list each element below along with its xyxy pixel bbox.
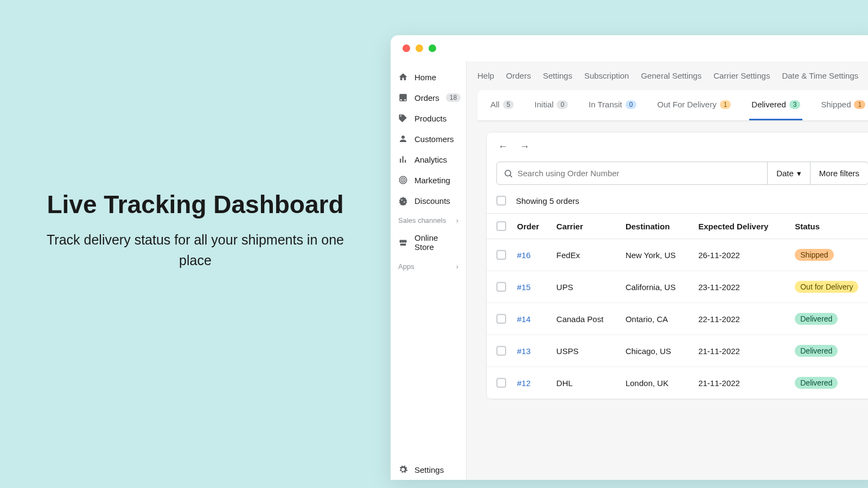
window-close-icon[interactable] <box>403 44 410 52</box>
carrier-cell: FedEx <box>551 239 620 271</box>
tab-count-badge: 1 <box>854 100 865 109</box>
column-header: Order <box>512 214 551 239</box>
column-header: Expected Delivery <box>693 214 789 239</box>
row-checkbox[interactable] <box>496 346 506 356</box>
destination-cell: London, UK <box>620 367 693 399</box>
tabs: All5Initial0In Transit0Out For Delivery1… <box>477 90 868 121</box>
orders-table: OrderCarrierDestinationExpected Delivery… <box>487 213 868 399</box>
table-row: #13USPSChicago, US21-11-2022Delivered <box>487 335 868 367</box>
hero: Live Tracking Dashboard Track delivery s… <box>33 190 358 271</box>
window-minimize-icon[interactable] <box>416 44 423 52</box>
tab-count-badge: 1 <box>720 100 731 109</box>
destination-cell: Chicago, US <box>620 335 693 367</box>
sidebar-item-products[interactable]: Products <box>391 108 466 129</box>
destination-cell: California, US <box>620 271 693 303</box>
carrier-cell: UPS <box>551 271 620 303</box>
order-link[interactable]: #14 <box>517 314 531 324</box>
eta-cell: 23-11-2022 <box>693 271 789 303</box>
person-icon <box>398 134 408 144</box>
order-link[interactable]: #16 <box>517 251 531 260</box>
sidebar-item-label: Analytics <box>414 155 447 164</box>
sidebar-item-home[interactable]: Home <box>391 67 466 87</box>
topnav: HelpOrdersSettingsSubscriptionGeneral Se… <box>467 61 868 90</box>
sales-channels-label: Sales channels <box>398 216 446 224</box>
search-icon <box>503 169 513 178</box>
main-content: HelpOrdersSettingsSubscriptionGeneral Se… <box>467 61 868 480</box>
sidebar-section-apps[interactable]: Apps › <box>391 257 466 274</box>
row-checkbox[interactable] <box>496 314 506 324</box>
prev-button[interactable]: ← <box>496 140 509 153</box>
svg-point-2 <box>403 179 404 181</box>
status-badge: Shipped <box>795 249 833 261</box>
sidebar-item-label: Products <box>414 114 446 123</box>
order-link[interactable]: #15 <box>517 282 531 292</box>
svg-point-3 <box>505 170 511 176</box>
showing-text: Showing 5 orders <box>516 196 579 206</box>
topnav-item[interactable]: Carrier Settings <box>713 71 770 80</box>
row-checkbox[interactable] <box>496 282 506 292</box>
sidebar-item-marketing[interactable]: Marketing <box>391 170 466 190</box>
destination-cell: Ontario, CA <box>620 303 693 335</box>
discount-icon <box>398 196 408 206</box>
chevron-right-icon: › <box>456 262 458 271</box>
status-badge: Out for Delivery <box>795 281 858 293</box>
more-filters-button[interactable]: More filters <box>810 162 868 184</box>
carrier-cell: Canada Post <box>551 303 620 335</box>
order-link[interactable]: #13 <box>517 346 531 356</box>
order-link[interactable]: #12 <box>517 378 531 388</box>
sidebar-item-analytics[interactable]: Analytics <box>391 149 466 170</box>
topnav-item[interactable]: Date & Time Settings <box>782 71 858 80</box>
topnav-item[interactable]: General Settings <box>641 71 701 80</box>
tab-out-for-delivery[interactable]: Out For Delivery1 <box>655 90 733 120</box>
tab-delivered[interactable]: Delivered3 <box>749 90 802 120</box>
tab-count-badge: 0 <box>557 100 568 109</box>
sidebar-item-settings[interactable]: Settings <box>391 459 466 480</box>
topnav-item[interactable]: Settings <box>543 71 572 80</box>
eta-cell: 22-11-2022 <box>693 303 789 335</box>
inbox-icon <box>398 93 408 102</box>
header-checkbox[interactable] <box>496 221 506 231</box>
date-label: Date <box>776 169 794 178</box>
sidebar-item-label: Online Store <box>414 233 458 252</box>
topnav-item[interactable]: Subscription <box>584 71 629 80</box>
tab-all[interactable]: All5 <box>488 90 516 120</box>
tabs-card: All5Initial0In Transit0Out For Delivery1… <box>477 90 868 121</box>
bar-chart-icon <box>398 155 408 164</box>
select-all-checkbox[interactable] <box>496 196 506 206</box>
sidebar-section-sales-channels[interactable]: Sales channels › <box>391 211 466 228</box>
tab-in-transit[interactable]: In Transit0 <box>586 90 639 120</box>
sidebar-item-discounts[interactable]: Discounts <box>391 190 466 211</box>
sidebar-item-label: Home <box>414 73 436 82</box>
hero-subtitle: Track delivery status for all your shipm… <box>33 230 358 271</box>
tab-shipped[interactable]: Shipped1 <box>819 90 867 120</box>
topnav-item[interactable]: Help <box>477 71 494 80</box>
caret-down-icon: ▾ <box>797 169 801 178</box>
sidebar-item-label: Orders <box>414 93 439 102</box>
target-icon <box>398 175 408 185</box>
window-maximize-icon[interactable] <box>429 44 436 52</box>
row-checkbox[interactable] <box>496 250 506 260</box>
sidebar-item-online-store[interactable]: Online Store <box>391 228 466 257</box>
status-badge: Delivered <box>795 313 838 325</box>
row-checkbox[interactable] <box>496 378 506 388</box>
gear-icon <box>398 465 408 474</box>
sidebar: Home Orders 18 Products Customers Analyt… <box>391 61 467 480</box>
search-input[interactable] <box>513 162 761 184</box>
column-header: Status <box>789 214 868 239</box>
tab-initial[interactable]: Initial0 <box>532 90 570 120</box>
carrier-cell: DHL <box>551 367 620 399</box>
orders-card: ← → Date ▾ More filters <box>486 132 868 400</box>
date-filter-button[interactable]: Date ▾ <box>767 162 810 184</box>
table-row: #16FedExNew York, US26-11-2022Shipped <box>487 239 868 271</box>
column-header: Carrier <box>551 214 620 239</box>
status-badge: Delivered <box>795 377 838 389</box>
topnav-item[interactable]: Orders <box>506 71 531 80</box>
sidebar-item-orders[interactable]: Orders 18 <box>391 87 466 108</box>
table-row: #15UPSCalifornia, US23-11-2022Out for De… <box>487 271 868 303</box>
carrier-cell: USPS <box>551 335 620 367</box>
eta-cell: 21-11-2022 <box>693 335 789 367</box>
sidebar-item-label: Marketing <box>414 176 450 185</box>
next-button[interactable]: → <box>518 140 531 153</box>
sidebar-item-customers[interactable]: Customers <box>391 129 466 149</box>
tab-count-badge: 5 <box>503 100 514 109</box>
